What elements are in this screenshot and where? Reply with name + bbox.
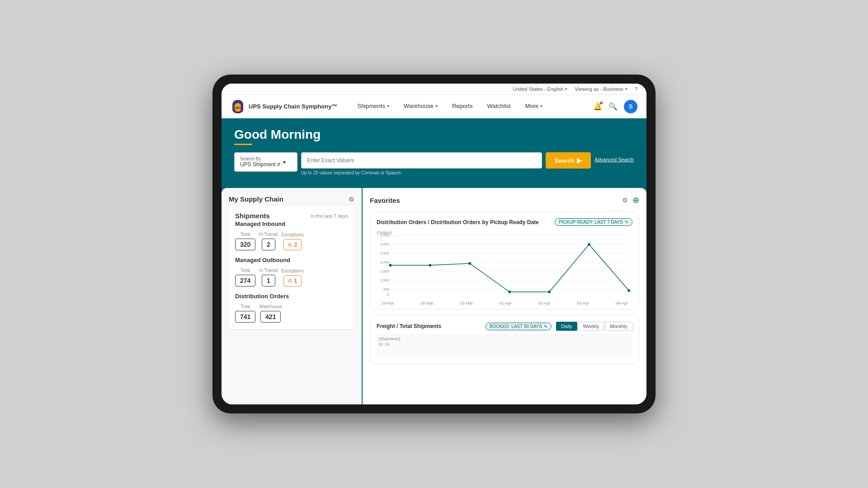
shipments-card-header: Shipments In the last 7 days [235,212,348,220]
notification-dot [599,101,603,105]
nav-watchlist[interactable]: Watchlist [485,95,512,118]
freight-edit-icon: ✎ [544,324,547,329]
x-label-0: 29-Mar [381,301,394,305]
ups-logo-icon: UPS [231,99,245,114]
search-input[interactable] [301,152,542,169]
x-label-6: 04-Apr [616,301,628,305]
tablet-screen: United States - English ▾ Viewing as - B… [222,84,646,404]
dist-total-col: Total 741 [235,304,255,323]
search-by-select[interactable]: Search By UPS Shipment # ▾ [234,152,297,172]
svg-point-17 [429,264,431,267]
outbound-warning-icon: ⚠ [288,278,292,284]
search-hint: Up to 20 values separated by Commas or S… [301,170,542,175]
outbound-transit-label: In Transit [259,268,278,273]
svg-text:1,000: 1,000 [380,278,390,282]
hero-underline [234,144,252,145]
weekly-button[interactable]: Weekly [578,322,604,331]
managed-outbound-section: Managed Outbound Total 274 In Transit 1 [235,257,348,286]
outbound-exceptions-badge[interactable]: ⚠ 1 [283,275,301,286]
more-chevron: ▾ [540,103,542,108]
distribution-chart-card: Distribution Orders / Distribution Order… [370,211,639,310]
search-arrow-icon: ▶ [577,157,582,164]
search-by-chevron: ▾ [283,159,286,165]
help-button[interactable]: ? [635,86,637,92]
search-row: Search By UPS Shipment # ▾ Up to 20 valu… [234,152,634,175]
add-favorite-icon[interactable]: ⊕ [632,195,639,205]
x-label-4: 02-Apr [538,301,550,305]
shipments-card-title: Shipments [235,212,270,220]
advanced-search-link[interactable]: Advanced Search [594,152,634,162]
managed-inbound-section: Managed Inbound Total 320 In Transit 2 [235,221,348,250]
inbound-transit-col: In Transit 2 [259,232,278,250]
nav-warehouse[interactable]: Warehouse ▾ [402,95,439,118]
search-button[interactable]: 🔍 [609,102,618,111]
svg-point-18 [468,262,471,265]
supply-chain-settings-icon[interactable]: ⚙ [349,196,354,203]
shipments-card-subtitle: In the last 7 days [311,213,348,219]
nav-bar: UPS UPS Supply Chain Symphony™ Shipments… [222,95,646,118]
viewing-selector[interactable]: Viewing as - Business ▾ [575,86,627,92]
outbound-total-label: Total [241,268,250,273]
outbound-transit-value[interactable]: 1 [262,275,275,286]
inbound-total-label: Total [241,232,250,237]
dist-total-label: Total [241,304,250,309]
outbound-exceptions-label: Exceptions [282,268,304,273]
x-label-3: 01-Apr [500,301,512,305]
svg-point-19 [508,291,511,293]
freight-chart-badge[interactable]: BOOKED: LAST 90 DAYS ✎ [486,323,552,330]
time-toggle: Daily Weekly Monthly [556,322,632,331]
favorites-settings-icon[interactable]: ⚙ [622,197,628,204]
nav-reports[interactable]: Reports [450,95,475,118]
favorites-title: Favorites [370,197,400,204]
nav-icons: 🔔 🔍 S [593,100,637,113]
right-panel: Favorites ⚙ ⊕ Distribution Orders / Dist… [363,188,646,404]
svg-text:0: 0 [387,293,390,297]
outbound-total-value[interactable]: 274 [235,275,255,286]
warehouse-chevron: ▾ [435,103,438,108]
notification-button[interactable]: 🔔 [593,102,602,111]
inbound-total-value[interactable]: 320 [235,239,255,250]
distribution-chart-title: Distribution Orders / Distribution Order… [377,219,539,225]
dist-warehouse-value[interactable]: 421 [260,311,281,323]
distribution-orders-stats: Total 741 Warehouse 421 [235,304,348,323]
y-tick-14: 14 [385,342,389,347]
svg-point-21 [588,243,590,246]
dist-warehouse-label: Warehouse [259,304,282,309]
dist-warehouse-col: Warehouse 421 [259,304,282,323]
hero-section: Good Morning Search By UPS Shipment # ▾ … [222,118,646,188]
daily-button[interactable]: Daily [556,322,577,331]
freight-y-label: (Shipments) [378,337,631,341]
monthly-button[interactable]: Monthly [605,322,632,331]
distribution-x-labels: 29-Mar 30-Mar 31-Mar 01-Apr 02-Apr 03-Ap… [377,301,632,305]
inbound-transit-value[interactable]: 2 [262,239,275,250]
managed-outbound-stats: Total 274 In Transit 1 Exceptions ⚠ [235,268,348,286]
nav-more[interactable]: More ▾ [524,95,545,118]
inbound-exceptions-col: Exceptions ⚠ 2 [282,232,304,250]
y-tick-16: 16 [378,342,383,347]
search-by-value: UPS Shipment # [240,161,280,168]
dist-total-value[interactable]: 741 [235,311,255,323]
nav-shipments[interactable]: Shipments ▾ [355,95,391,118]
freight-chart-header: Freight / Total Shipments BOOKED: LAST 9… [377,322,632,331]
locale-selector[interactable]: United States - English ▾ [513,86,568,92]
left-panel: My Supply Chain ⚙ Shipments In the last … [222,188,362,404]
svg-text:2,000: 2,000 [380,260,390,264]
shipments-card: Shipments In the last 7 days Managed Inb… [229,206,354,329]
user-avatar[interactable]: S [624,100,637,113]
distribution-orders-title: Distribution Orders [235,293,348,300]
distribution-chart-badge[interactable]: PICKUP READY: LAST 7 DAYS ✎ [555,218,632,226]
distribution-y-label: (Orders) [377,230,392,235]
svg-text:2,500: 2,500 [380,251,390,255]
svg-point-22 [627,289,630,292]
inbound-exceptions-badge[interactable]: ⚠ 2 [283,239,301,250]
main-content: My Supply Chain ⚙ Shipments In the last … [222,188,646,404]
outbound-exceptions-col: Exceptions ⚠ 1 [282,268,304,286]
svg-text:500: 500 [383,287,390,291]
brand-name: UPS Supply Chain Symphony™ [249,103,337,110]
managed-inbound-stats: Total 320 In Transit 2 Exceptions ⚠ [235,232,348,250]
freight-chart-title: Freight / Total Shipments [377,323,441,329]
svg-point-20 [548,291,551,293]
x-label-1: 30-Mar [420,301,434,305]
search-button-main[interactable]: Search ▶ [546,152,591,169]
hero-greeting: Good Morning [234,127,634,142]
